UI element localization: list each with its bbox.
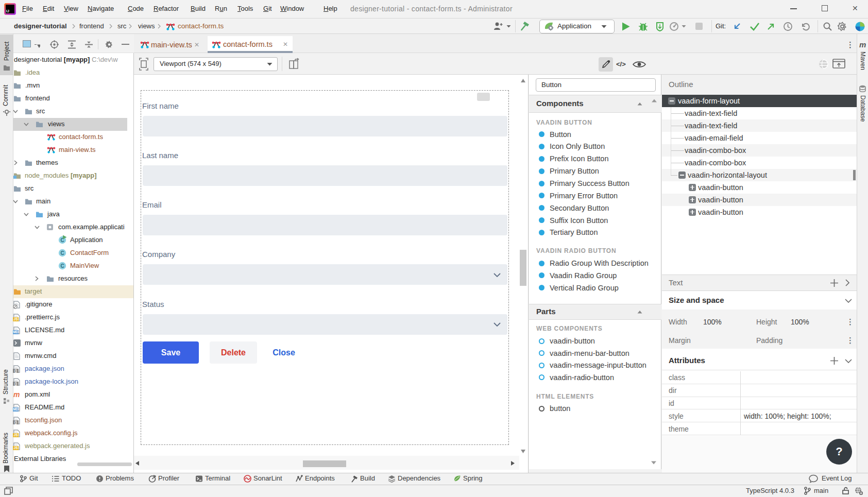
svg-text:C: C [60, 263, 64, 269]
svg-text:C: C [60, 250, 64, 256]
